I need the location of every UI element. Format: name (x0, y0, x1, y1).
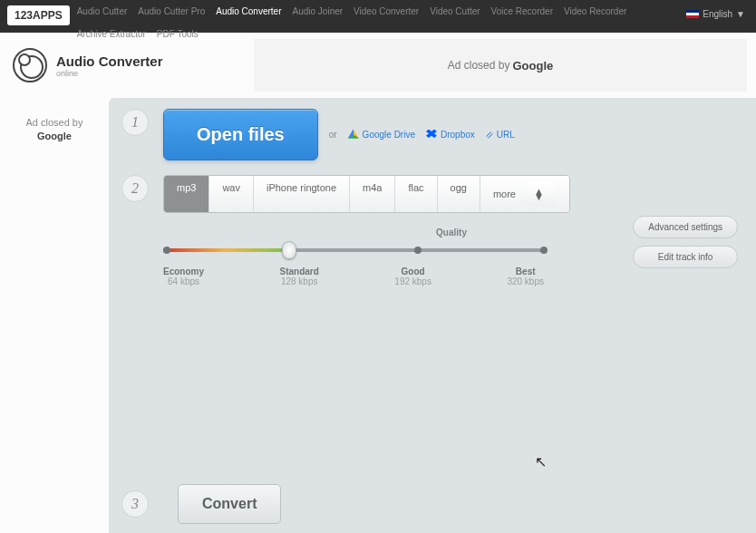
nav-item[interactable]: Voice Recorder (491, 5, 553, 17)
nav-item[interactable]: Audio Cutter Pro (138, 5, 205, 17)
ad-banner-top: Ad closed by Google (254, 39, 747, 92)
main-panel: 1 Open files or Google Drive Dropbox URL… (109, 98, 756, 533)
advanced-settings-button[interactable]: Advanced settings (633, 216, 738, 238)
quality-tick: Good192 kbps (394, 266, 431, 286)
convert-button[interactable]: Convert (178, 484, 281, 524)
format-tab[interactable]: ogg (438, 176, 480, 212)
nav-item[interactable]: Video Recorder (564, 5, 626, 17)
format-tab[interactable]: wav (209, 176, 254, 212)
step-1: 1 Open files or Google Drive Dropbox URL (121, 109, 740, 160)
quality-slider[interactable] (163, 243, 544, 257)
language-label: English (703, 9, 732, 19)
step-badge-2: 2 (121, 175, 149, 202)
dropbox-icon (426, 130, 437, 141)
source-dropbox[interactable]: Dropbox (426, 130, 475, 141)
source-url[interactable]: URL (486, 130, 515, 140)
ad-banner-side: Ad closed by Google (0, 98, 109, 533)
quality-tick: Economy64 kbps (163, 266, 204, 286)
slider-thumb[interactable] (282, 241, 296, 259)
edit-track-info-button[interactable]: Edit track info (633, 246, 738, 268)
nav-item[interactable]: Archive Extractor (77, 28, 146, 40)
brand-icon (13, 48, 47, 82)
flag-icon (686, 10, 699, 18)
quality-tick: Best320 kbps (507, 266, 544, 286)
nav-item[interactable]: Video Cutter (430, 5, 480, 17)
format-tab[interactable]: iPhone ringtone (254, 176, 350, 212)
header: Audio Converter online Ad closed by Goog… (0, 33, 756, 98)
quality-ticks: Economy64 kbpsStandard128 kbpsGood192 kb… (163, 266, 544, 286)
format-tab[interactable]: more ▲▼ (480, 176, 569, 212)
step-2: 2 mp3waviPhone ringtonem4aflacoggmore ▲▼ (121, 175, 740, 213)
chevron-down-icon: ▼ (736, 9, 745, 19)
nav-links: Audio CutterAudio Cutter ProAudio Conver… (77, 0, 675, 40)
format-tab[interactable]: mp3 (164, 176, 209, 212)
or-label: or (329, 130, 337, 140)
nav-item[interactable]: Audio Converter (216, 5, 281, 17)
nav-item[interactable]: Audio Joiner (293, 5, 344, 17)
nav-item[interactable]: Video Converter (354, 5, 419, 17)
link-icon (486, 131, 493, 138)
logo[interactable]: 123APPS (7, 5, 70, 25)
nav-item[interactable]: PDF Tools (157, 28, 199, 40)
format-tab[interactable]: flac (395, 176, 437, 212)
source-google-drive[interactable]: Google Drive (348, 130, 415, 141)
page-subtitle: online (56, 69, 163, 78)
page-title: Audio Converter (56, 53, 163, 69)
cursor-icon: ↖ (535, 453, 547, 470)
format-tab[interactable]: m4a (350, 176, 395, 212)
step-badge-1: 1 (121, 109, 149, 136)
top-nav: 123APPS Audio CutterAudio Cutter ProAudi… (0, 0, 756, 33)
format-tabs: mp3waviPhone ringtonem4aflacoggmore ▲▼ (163, 175, 570, 213)
google-drive-icon (348, 130, 359, 141)
step-badge-3: 3 (121, 490, 149, 518)
open-files-button[interactable]: Open files (163, 109, 318, 160)
nav-item[interactable]: Audio Cutter (77, 5, 128, 17)
brand: Audio Converter online (0, 48, 254, 82)
quality-tick: Standard128 kbps (280, 266, 319, 286)
language-selector[interactable]: English ▼ (686, 9, 745, 19)
step-3: 3 Convert (121, 484, 281, 524)
